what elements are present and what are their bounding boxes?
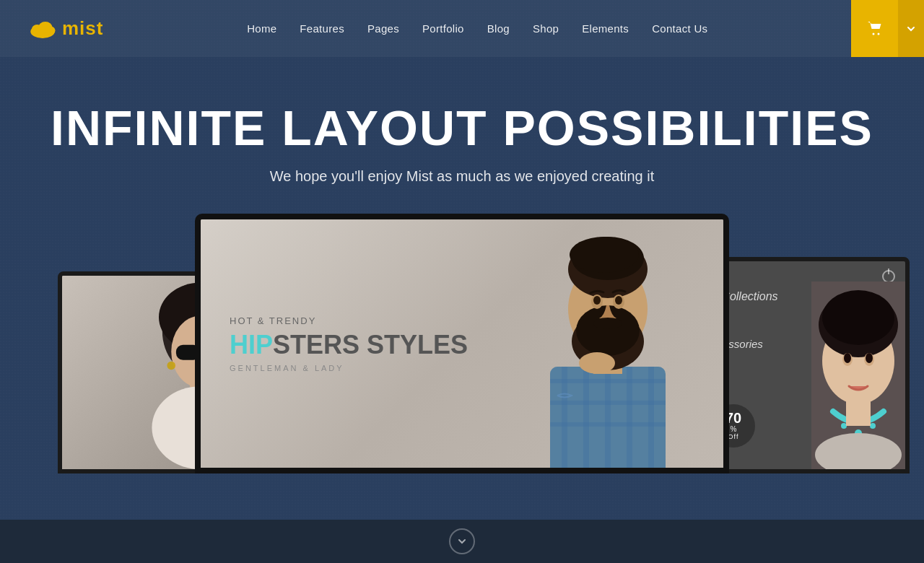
nav-item-features[interactable]: Features xyxy=(300,22,344,35)
svg-point-45 xyxy=(870,423,876,429)
svg-point-35 xyxy=(593,296,601,305)
svg-point-16 xyxy=(167,361,175,369)
nav-link-elements[interactable]: Elements xyxy=(582,22,629,35)
svg-point-51 xyxy=(866,353,873,363)
nav-link-features[interactable]: Features xyxy=(300,22,344,35)
nav-item-shop[interactable]: Shop xyxy=(533,22,559,35)
woman-right-illustration xyxy=(811,282,905,469)
nav-item-home[interactable]: Home xyxy=(247,22,276,35)
svg-point-42 xyxy=(822,290,894,345)
svg-point-3 xyxy=(45,26,56,35)
nav-link-contact[interactable]: Contact Us xyxy=(652,22,707,35)
hero-section: INFINITE LAYOUT POSSIBILITIES We hope yo… xyxy=(0,0,924,563)
svg-rect-46 xyxy=(846,401,871,426)
logo-area: mist xyxy=(0,17,103,40)
logo-cloud-icon xyxy=(29,19,56,38)
nav-links: Home Features Pages Portfolio Blog Shop … xyxy=(103,22,851,35)
center-small-text: HOT & TRENDY xyxy=(230,315,468,326)
nav-dropdown-button[interactable] xyxy=(898,0,924,57)
scroll-down-button[interactable] xyxy=(449,528,475,554)
nav-item-contact[interactable]: Contact Us xyxy=(652,22,707,35)
chevron-down-icon xyxy=(907,25,915,33)
nav-link-home[interactable]: Home xyxy=(247,22,276,35)
bottom-bar xyxy=(0,520,924,563)
nav-item-blog[interactable]: Blog xyxy=(487,22,510,35)
svg-point-38 xyxy=(579,352,615,374)
screens-showcase: HOT & TRENDY HIPSTERS STYLES GENTLEMAN &… xyxy=(0,214,924,473)
nav-link-pages[interactable]: Pages xyxy=(367,22,399,35)
badge-off: Off xyxy=(728,433,739,440)
svg-point-5 xyxy=(877,32,879,35)
logo-text: mist xyxy=(62,17,103,40)
nav-item-pages[interactable]: Pages xyxy=(367,22,399,35)
center-sub-text: GENTLEMAN & LADY xyxy=(230,363,468,372)
nav-right xyxy=(851,0,924,57)
woman-face-right xyxy=(811,282,905,469)
center-text-area: HOT & TRENDY HIPSTERS STYLES GENTLEMAN &… xyxy=(230,315,468,372)
chevron-down-scroll-icon xyxy=(457,536,467,546)
nav-item-portfolio[interactable]: Portfolio xyxy=(422,22,464,35)
nav-link-shop[interactable]: Shop xyxy=(533,22,559,35)
sters-text: STERS STYLES xyxy=(273,329,468,359)
hero-title: INFINITE LAYOUT POSSIBILITIES xyxy=(51,101,873,155)
cart-icon xyxy=(867,21,883,37)
center-headline: HIPSTERS STYLES xyxy=(230,331,468,357)
bearded-man-illustration xyxy=(492,222,723,468)
hero-subtitle: We hope you'll enjoy Mist as much as we … xyxy=(270,168,655,185)
svg-point-44 xyxy=(841,423,847,429)
svg-point-37 xyxy=(593,318,622,329)
cart-button[interactable] xyxy=(851,0,898,57)
svg-point-50 xyxy=(844,353,851,363)
nav-item-elements[interactable]: Elements xyxy=(582,22,629,35)
screen-center-content: HOT & TRENDY HIPSTERS STYLES GENTLEMAN &… xyxy=(201,219,723,468)
nav-link-blog[interactable]: Blog xyxy=(487,22,510,35)
hip-text: HIP xyxy=(230,329,273,359)
svg-point-36 xyxy=(615,296,622,305)
navbar: mist Home Features Pages Portfolio Blog … xyxy=(0,0,924,57)
svg-point-4 xyxy=(872,32,874,35)
nav-link-portfolio[interactable]: Portfolio xyxy=(422,22,464,35)
badge-percent: % xyxy=(731,425,737,433)
svg-point-30 xyxy=(570,237,639,273)
screen-center: HOT & TRENDY HIPSTERS STYLES GENTLEMAN &… xyxy=(195,214,729,473)
